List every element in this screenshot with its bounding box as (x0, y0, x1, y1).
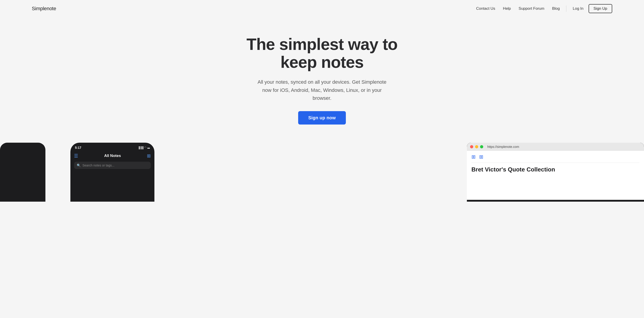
phone-search-placeholder: Search notes or tags... (82, 164, 114, 167)
phone-status-bar: 5:17 ▐▐▐ ◠ ▬ (74, 146, 151, 149)
browser-toolbar: https://simplenote.com (467, 143, 644, 151)
logo[interactable]: Simplenote (32, 6, 56, 11)
devices-section: 5:17 ▐▐▐ ◠ ▬ ☰ All Notes ⊞ 🔍 Search note… (0, 138, 644, 202)
new-note-icon[interactable]: ⊞ (147, 153, 151, 159)
browser-close-dot[interactable] (470, 145, 473, 148)
browser-app-bar: ⊞ ⊞ (472, 154, 640, 163)
browser-content: ⊞ ⊞ Bret Victor's Quote Collection (467, 151, 644, 200)
nav-link-blog[interactable]: Blog (549, 5, 562, 12)
battery-icon: ▬ (148, 146, 150, 149)
nav-link-help[interactable]: Help (500, 5, 514, 12)
signup-now-button[interactable]: Sign up now (298, 111, 346, 124)
signup-link[interactable]: Sign Up (588, 4, 612, 13)
browser-window: https://simplenote.com ⊞ ⊞ Bret Victor's… (467, 143, 644, 202)
login-link[interactable]: Log In (570, 5, 586, 12)
phone-middle: 5:17 ▐▐▐ ◠ ▬ ☰ All Notes ⊞ 🔍 Search note… (70, 143, 154, 202)
nav-link-support[interactable]: Support Forum (516, 5, 547, 12)
hero-title: The simplest way to keep notes (236, 35, 408, 71)
phone-icons: ▐▐▐ ◠ ▬ (138, 146, 150, 149)
wifi-icon: ◠ (144, 146, 146, 149)
nav-link-contact[interactable]: Contact Us (474, 5, 498, 12)
phone-header-title: All Notes (78, 154, 147, 158)
menu-icon[interactable]: ☰ (74, 153, 78, 159)
nav-divider (566, 5, 566, 12)
phone-header: ☰ All Notes ⊞ (74, 152, 151, 160)
hero-subtitle: All your notes, synced on all your devic… (254, 78, 390, 102)
browser-url-bar[interactable]: https://simplenote.com (487, 145, 641, 149)
browser-minimize-dot[interactable] (475, 145, 478, 148)
phone-left (0, 143, 46, 202)
phone-time: 5:17 (75, 146, 81, 149)
hero-section: The simplest way to keep notes All your … (0, 17, 644, 138)
nav-links: Contact Us Help Support Forum Blog Log I… (474, 4, 612, 13)
browser-note-title: Bret Victor's Quote Collection (472, 166, 640, 173)
search-icon: 🔍 (77, 164, 80, 167)
main-nav: Simplenote Contact Us Help Support Forum… (0, 0, 644, 17)
new-note-browser-icon[interactable]: ⊞ (472, 154, 476, 160)
browser-maximize-dot[interactable] (480, 145, 483, 148)
phone-search-bar[interactable]: 🔍 Search notes or tags... (74, 162, 151, 169)
signal-icon: ▐▐▐ (138, 146, 143, 149)
columns-icon[interactable]: ⊞ (479, 154, 483, 160)
